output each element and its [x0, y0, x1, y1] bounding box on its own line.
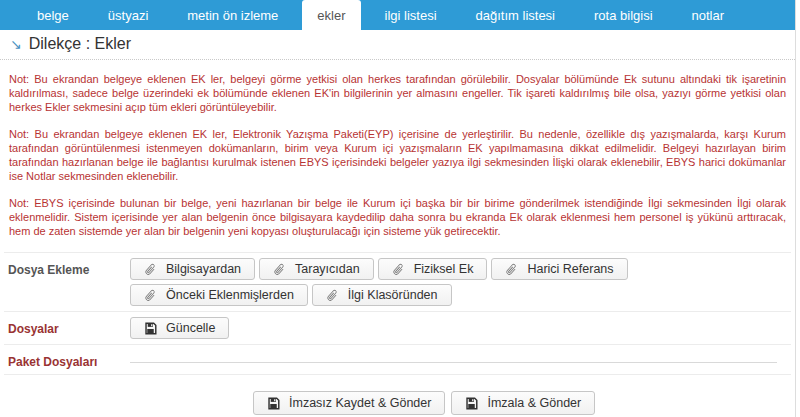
tab-ilgi-listesi[interactable]: ilgi listesi [370, 0, 452, 30]
button-label: İmzala & Gönder [487, 396, 581, 410]
button-label: Güncelle [166, 321, 215, 335]
paperclip-icon [392, 263, 405, 276]
attach-ilgi-klasorunden-button[interactable]: İlgi Klasöründen [312, 284, 452, 306]
page-title: Dilekçe : Ekler [29, 35, 131, 53]
paperclip-icon [505, 263, 518, 276]
button-label: Önceki Eklenmişlerden [166, 288, 294, 302]
document-tabbar: belge üstyazi metin ön izleme ekler ilgi… [0, 0, 795, 30]
paket-dosyalari-line [130, 362, 777, 369]
paperclip-icon [273, 263, 286, 276]
paperclip-icon [144, 263, 157, 276]
note-paragraph: Not: Bu ekrandan belgeye eklenen EK ler,… [9, 127, 786, 183]
button-label: İmzasız Kaydet & Gönder [289, 396, 431, 410]
dosya-ekleme-label: Dosya Ekleme [8, 258, 130, 306]
note-paragraph: Not: Bu ekrandan belgeye eklenen EK ler,… [9, 72, 786, 114]
paperclip-icon [144, 289, 157, 302]
paket-dosyalari-row: Paket Dosyaları [0, 345, 795, 374]
page-title-bar: ↘ Dilekçe : Ekler [0, 30, 795, 60]
tab-ustyazi[interactable]: üstyazi [93, 0, 163, 30]
tab-rota-bilgisi[interactable]: rota bilgisi [579, 0, 668, 30]
attach-onceki-eklenmislerden-button[interactable]: Önceki Eklenmişlerden [130, 284, 308, 306]
section-divider [4, 374, 791, 375]
floppy-disk-icon [465, 397, 478, 410]
tab-dagitim-listesi[interactable]: dağıtım listesi [461, 0, 570, 30]
attach-buttons-group: Bilgisayardan Tarayıcıdan Fiziksel Ek Ha… [130, 258, 720, 306]
warning-notes: Not: Bu ekrandan belgeye eklenen EK ler,… [0, 60, 795, 252]
button-label: Bilgisayardan [166, 262, 241, 276]
tab-metin-on-izleme[interactable]: metin ön izleme [172, 0, 293, 30]
attach-bilgisayardan-button[interactable]: Bilgisayardan [130, 258, 255, 280]
note-paragraph: Not: EBYS içerisinde bulunan bir belge, … [9, 196, 786, 238]
ekler-page: belge üstyazi metin ön izleme ekler ilgi… [0, 0, 796, 417]
dosyalar-row: Dosyalar Güncelle [0, 312, 795, 344]
attach-fiziksel-ek-button[interactable]: Fiziksel Ek [378, 258, 488, 280]
paket-dosyalari-label: Paket Dosyaları [8, 350, 130, 369]
floppy-disk-icon [144, 322, 157, 335]
tab-notlar[interactable]: notlar [677, 0, 740, 30]
button-label: Fiziksel Ek [414, 262, 474, 276]
button-label: İlgi Klasöründen [348, 288, 438, 302]
button-label: Harici Referans [527, 262, 613, 276]
imzala-gonder-button[interactable]: İmzala & Gönder [451, 391, 595, 415]
guncelle-button[interactable]: Güncelle [130, 317, 229, 339]
attach-harici-referans-button[interactable]: Harici Referans [491, 258, 627, 280]
tab-ekler[interactable]: ekler [302, 0, 360, 30]
dosyalar-label: Dosyalar [8, 317, 130, 339]
imzasiz-kaydet-gonder-button[interactable]: İmzasız Kaydet & Gönder [253, 391, 445, 415]
floppy-disk-icon [267, 397, 280, 410]
tab-belge[interactable]: belge [22, 0, 84, 30]
primary-actions-row: İmzasız Kaydet & Gönder İmzala & Gönder [253, 391, 795, 415]
dosya-ekleme-row: Dosya Ekleme Bilgisayardan Tarayıcıdan F… [0, 253, 795, 311]
attach-tarayicidan-button[interactable]: Tarayıcıdan [259, 258, 374, 280]
arrow-down-right-icon: ↘ [10, 36, 22, 52]
paperclip-icon [326, 289, 339, 302]
button-label: Tarayıcıdan [295, 262, 360, 276]
